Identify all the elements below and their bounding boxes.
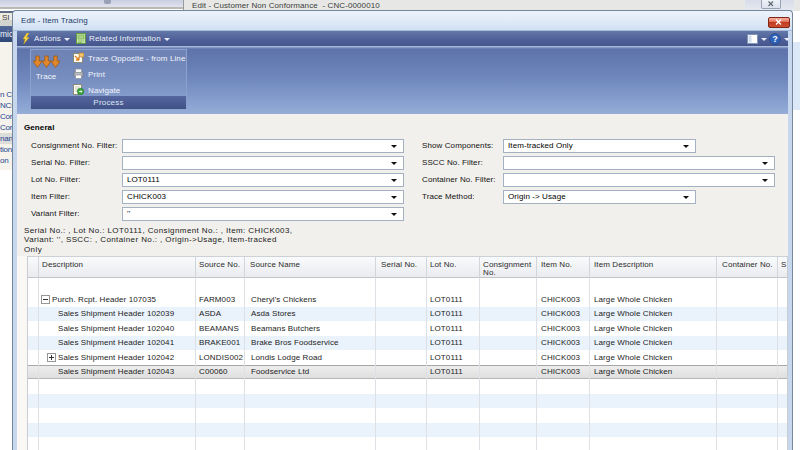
svg-text:?: ? (772, 34, 777, 44)
